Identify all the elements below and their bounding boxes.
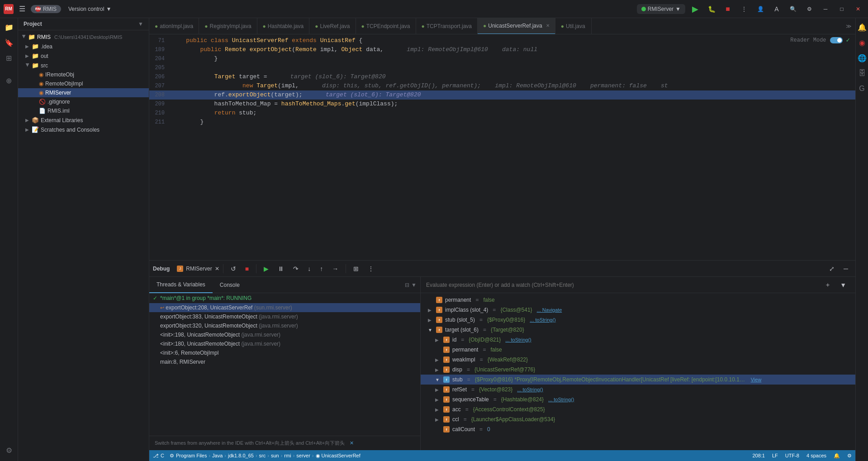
var-item-id[interactable]: ▶ f id = {ObjID@821} ... toString() [421, 335, 855, 345]
var-item-weakimpl[interactable]: ▶ f weakImpl = {WeakRef@822} [421, 355, 855, 365]
run-config[interactable]: RMIServer ▼ [637, 4, 685, 14]
var-link-stub5[interactable]: ... toString() [530, 317, 555, 323]
frame-item-2[interactable]: exportObject:320, UnicastRemoteObject (j… [149, 321, 420, 330]
tab-ationimpl[interactable]: ● ationImpl.java [149, 18, 199, 34]
var-link-seqtable[interactable]: ... toString() [548, 397, 574, 402]
status-indent[interactable]: 4 spaces [806, 453, 826, 458]
status-lf[interactable]: LF [772, 453, 778, 458]
code-editor[interactable]: Reader Mode ✓ 71 public class UnicastSer… [149, 34, 855, 260]
var-item-refset[interactable]: ▶ f refSet = {Vector@823} ... toString() [421, 385, 855, 394]
debug-button[interactable]: 🐛 [705, 3, 718, 15]
status-encoding[interactable]: UTF-8 [785, 453, 799, 458]
debug-stop-btn[interactable]: ■ [242, 264, 252, 273]
var-item-disp[interactable]: ▶ f disp = {UnicastServerRef@776} [421, 365, 855, 375]
var-item-acc[interactable]: ▶ f acc = {AccessControlContext@825} [421, 404, 855, 414]
tree-item-rmiserver[interactable]: ▶ ◉ RMIServer [18, 88, 149, 97]
right-icon-gradle[interactable]: G [855, 81, 868, 96]
evaluate-input[interactable] [426, 282, 821, 288]
debug-step-over-btn[interactable]: ↷ [289, 264, 302, 273]
debug-evaluate-btn[interactable]: ⊞ [350, 264, 362, 273]
frames-chevron[interactable]: ▼ [411, 282, 417, 288]
status-class[interactable]: ◉ UnicastServerRef [316, 453, 360, 459]
debug-resume-btn[interactable]: ▶ [260, 264, 272, 273]
var-item-implclass[interactable]: ▶ f implClass (slot_4) = {Class@541} ...… [421, 305, 855, 315]
var-link-stub-inner[interactable]: View [751, 377, 762, 382]
debug-expand-btn[interactable]: ⤢ [825, 264, 838, 273]
tab-util[interactable]: ● Util.java [555, 18, 592, 34]
hamburger-menu[interactable]: ☰ [17, 3, 27, 15]
debug-more-btn[interactable]: ⋮ [364, 264, 378, 273]
tree-item-gitignore[interactable]: ▶ 🚫 .gitignore [18, 97, 149, 106]
debug-session-close[interactable]: ✕ [215, 266, 219, 272]
debug-hint-close[interactable]: ✕ [350, 440, 354, 446]
var-item-target[interactable]: ▼ f target (slot_6) = {Target@820} [421, 325, 855, 335]
right-icon-database[interactable]: 🗄 [855, 66, 868, 81]
tab-registryimpl[interactable]: ● RegistryImpl.java [199, 18, 257, 34]
minimize-button[interactable]: ─ [819, 3, 832, 15]
sidebar-icon-5[interactable]: ⚙ [2, 443, 16, 457]
var-item-stub5[interactable]: ▶ f stub (slot_5) = {$Proxy0@816} ... to… [421, 315, 855, 325]
search-icon[interactable]: 🔍 [787, 3, 799, 15]
var-link-id[interactable]: ... toString() [505, 337, 531, 342]
maximize-button[interactable]: □ [835, 3, 848, 15]
vcs-badge[interactable]: Version control ▼ [65, 5, 115, 13]
debug-run-cursor-btn[interactable]: → [328, 264, 342, 273]
var-item-seqtable[interactable]: ▶ f sequenceTable = {Hashtable@824} ... … [421, 394, 855, 404]
var-item-permanent[interactable]: f permanent = false [421, 295, 855, 305]
status-right-icon[interactable]: ⚙ [847, 453, 852, 459]
status-position[interactable]: 208:1 [752, 453, 765, 458]
tree-item-scratches[interactable]: ▶ 📝 Scratches and Consoles [18, 125, 149, 134]
sidebar-item-structure[interactable]: ⊞ [2, 51, 16, 65]
tree-item-idea[interactable]: ▶ 📁 .idea [18, 42, 149, 51]
right-icon-browser[interactable]: 🌐 [855, 51, 868, 65]
frame-item-0[interactable]: ↩ exportObject:208, UnicastServerRef (su… [149, 303, 420, 312]
tree-item-iremoteobj[interactable]: ▶ ◉ IRemoteObj [18, 70, 149, 79]
sidebar-item-plugins[interactable]: ⊕ [2, 73, 16, 88]
var-item-stub-inner[interactable]: ▼ f stub = {$Proxy0@816} *Proxy[IRemoteO… [421, 375, 855, 385]
debug-pause-btn[interactable]: ⏸ [274, 264, 288, 273]
status-notification-icon[interactable]: 🔔 [834, 453, 840, 459]
debug-minimize-btn[interactable]: ─ [840, 264, 852, 273]
var-item-ccl[interactable]: ▶ f ccl = {Launcher$AppClassLoader@534} [421, 414, 855, 424]
right-icon-ai[interactable]: ◉ [855, 35, 868, 50]
close-button[interactable]: ✕ [852, 3, 864, 15]
tab-unicastserverref[interactable]: ● UnicastServerRef.java ✕ [478, 18, 555, 34]
user-icon[interactable]: 👤 [754, 3, 767, 15]
tab-liveref[interactable]: ● LiveRef.java [309, 18, 356, 34]
tree-item-src[interactable]: ▶ 📁 src [18, 61, 149, 70]
tab-more-button[interactable]: ≫ [842, 23, 855, 29]
tab-hashtable[interactable]: ● Hashtable.java [257, 18, 310, 34]
thread-header[interactable]: ✓ *main*@1 in group *main*: RUNNING [149, 293, 420, 303]
tree-item-rmis[interactable]: ▶ 📁 RMIS C:\Users\14341\Desktop\RMIS [18, 32, 149, 42]
tab-tcpendpoint[interactable]: ● TCPEndpoint.java [356, 18, 416, 34]
translate-icon[interactable]: A [770, 3, 783, 15]
var-link-implclass[interactable]: ... Navigate [537, 307, 562, 313]
right-icon-notifications[interactable]: 🔔 [855, 20, 868, 34]
sidebar-item-project[interactable]: 📁 [2, 20, 16, 34]
var-item-permanent2[interactable]: f permanent = false [421, 345, 855, 355]
tree-item-out[interactable]: ▶ 📁 out [18, 51, 149, 61]
frame-item-1[interactable]: exportObject:383, UnicastRemoteObject (j… [149, 312, 420, 321]
tab-threads-variables[interactable]: Threads & Variables [149, 277, 213, 293]
tab-close-unicast[interactable]: ✕ [546, 23, 550, 28]
tree-item-rmisiml[interactable]: ▶ 📄 RMIS.iml [18, 106, 149, 115]
stop-button[interactable]: ■ [721, 3, 734, 15]
tree-item-remoteobjimpl[interactable]: ▶ ◉ RemoteObjImpl [18, 79, 149, 88]
frame-item-4[interactable]: <init>:180, UnicastRemoteObject (java.rm… [149, 339, 420, 348]
tab-console[interactable]: Console [213, 277, 247, 293]
settings-icon[interactable]: ⚙ [803, 3, 816, 15]
reader-mode-toggle[interactable] [830, 37, 843, 43]
status-branch[interactable]: ⎇ C [153, 453, 164, 459]
sidebar-item-bookmarks[interactable]: 🔖 [2, 35, 16, 50]
tab-tcptransport[interactable]: ● TCPTransport.java [416, 18, 478, 34]
debug-restart-btn[interactable]: ↺ [227, 264, 240, 273]
more-button[interactable]: ⋮ [738, 3, 750, 15]
tree-item-external[interactable]: ▶ 📦 External Libraries [18, 115, 149, 125]
var-item-callcount[interactable]: f callCount = 0 [421, 424, 855, 434]
debug-step-into-btn[interactable]: ↓ [304, 264, 314, 273]
frame-item-6[interactable]: main:8, RMIServer [149, 357, 420, 366]
filter-icon[interactable]: ⊟ [405, 282, 409, 288]
run-button[interactable]: ▶ [689, 3, 702, 15]
frame-item-3[interactable]: <init>:198, UnicastRemoteObject (java.rm… [149, 330, 420, 339]
evaluate-expand-btn[interactable]: ▼ [836, 280, 850, 290]
